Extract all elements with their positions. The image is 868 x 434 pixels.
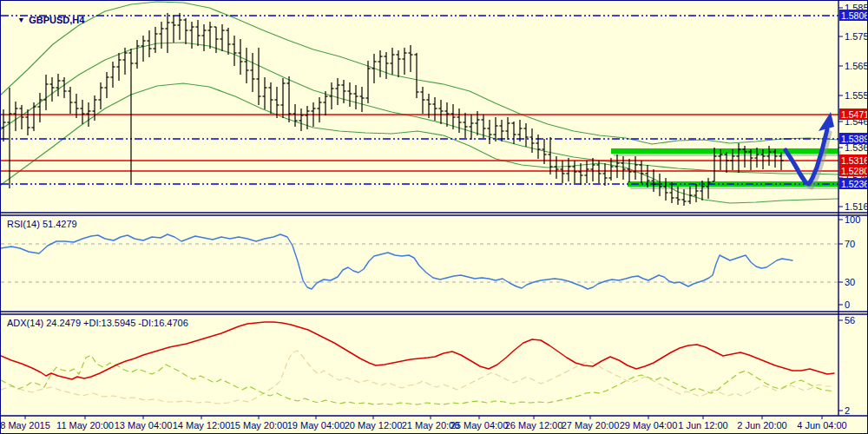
chart-plot-area[interactable]: [1, 1, 838, 416]
price-axis[interactable]: [839, 1, 868, 416]
chart-window: ▼GBPUSD,H4 RSI(14) 51.4279 ADX(14) 24.24…: [0, 0, 868, 434]
time-axis[interactable]: [1, 417, 868, 434]
